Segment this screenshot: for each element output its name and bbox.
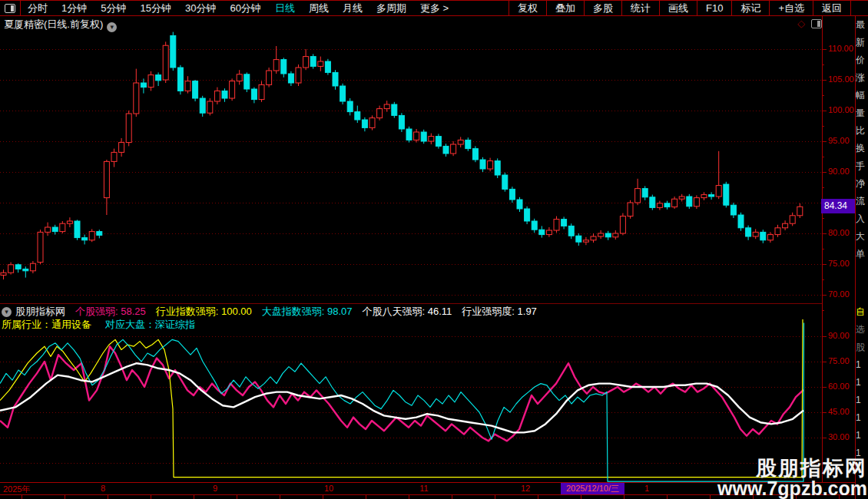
candle	[525, 209, 530, 221]
trading-terminal-window: 分时1分钟5分钟15分钟30分钟60分钟日线周线月线多周期更多 > 复权叠加多股…	[0, 0, 868, 499]
price-label-95: 95.00	[828, 136, 855, 147]
stock-title-text: 夏厦精密(日线.前复权)	[4, 18, 103, 30]
tool-button-叠加[interactable]: 叠加	[546, 1, 584, 15]
candle	[701, 195, 707, 198]
candle	[406, 129, 412, 140]
candle	[75, 221, 80, 238]
candle	[613, 233, 618, 237]
candle	[605, 233, 611, 237]
strip-glyph-clipped: 大	[856, 228, 868, 246]
candle	[281, 60, 287, 74]
metric-大盘指数强弱: 大盘指数强弱: 98.07	[262, 305, 353, 319]
candle	[104, 161, 109, 197]
cursor-date-highlight: 2025/12/10/三	[561, 483, 624, 494]
period-tab-60分钟[interactable]: 60分钟	[223, 2, 267, 15]
period-tabs: 分时1分钟5分钟15分钟30分钟60分钟日线周线月线多周期更多 >	[21, 1, 456, 15]
period-tab-月线[interactable]: 月线	[336, 2, 369, 15]
bottom-bar-separator	[366, 495, 366, 499]
period-tab-15分钟[interactable]: 15分钟	[133, 2, 177, 15]
tool-button-F10[interactable]: F10	[697, 1, 731, 15]
chevron-down-icon[interactable]: ▾	[107, 22, 117, 32]
candle	[790, 216, 795, 223]
candle	[620, 216, 625, 233]
metric-个股八天强弱: 个股八天强弱: 46.11	[363, 305, 452, 319]
tool-button-返回[interactable]: 返回	[813, 1, 851, 15]
candle	[451, 144, 456, 154]
period-tab-分时[interactable]: 分时	[21, 2, 55, 15]
candle	[97, 232, 102, 236]
candle	[377, 109, 383, 118]
panel-divider-line	[0, 303, 822, 304]
chart-title-row: 夏厦精密(日线.前复权)▾ ◇	[0, 16, 853, 31]
candle	[767, 235, 773, 240]
time-label-10: 10	[324, 484, 333, 493]
bottom-bar-separator	[710, 495, 711, 499]
time-label-9: 9	[213, 484, 217, 493]
candle	[8, 265, 14, 273]
tool-button-统计[interactable]: 统计	[621, 1, 659, 15]
period-tab-日线[interactable]: 日线	[268, 2, 302, 15]
period-tab-5分钟[interactable]: 5分钟	[94, 2, 133, 15]
candle	[318, 61, 323, 66]
tool-button-标记[interactable]: 标记	[731, 1, 769, 15]
period-tab-周线[interactable]: 周线	[302, 2, 336, 15]
bottom-bar-separator	[538, 495, 538, 499]
bottom-bar-separator	[22, 495, 22, 499]
candle	[45, 227, 51, 232]
layout-toggle-button[interactable]	[0, 1, 21, 15]
candle	[724, 184, 729, 205]
candle	[775, 228, 780, 235]
indicator-label-60: 60.00	[828, 382, 855, 392]
tool-button-多股[interactable]: 多股	[584, 1, 621, 15]
indicator-label-30: 30.00	[828, 432, 855, 443]
strip-quote-row-number: 1	[856, 392, 868, 409]
period-toolbar: 分时1分钟5分钟15分钟30分钟60分钟日线周线月线多周期更多 > 复权叠加多股…	[0, 0, 868, 16]
candle	[126, 114, 131, 143]
strip-glyph-clipped: 净	[856, 175, 868, 193]
industry-对应大盘: 对应大盘：深证综指	[105, 318, 195, 332]
period-tab-多周期[interactable]: 多周期	[369, 2, 413, 15]
price-label-70: 70.00	[828, 289, 855, 300]
collapse-indicator-icon[interactable]: ▾	[2, 307, 12, 317]
bottom-bar-separator	[495, 495, 495, 499]
tool-button-复权[interactable]: 复权	[509, 1, 546, 15]
bottom-bar-separator	[65, 495, 65, 499]
indicator-line-个股八天强弱	[0, 363, 803, 432]
diamond-icon[interactable]: ◇	[797, 18, 805, 29]
price-label-105: 105.00	[828, 74, 855, 85]
candle	[89, 232, 94, 240]
candle	[347, 101, 353, 112]
period-tab-1分钟[interactable]: 1分钟	[55, 2, 94, 15]
candle	[207, 101, 213, 113]
candle	[458, 140, 463, 144]
candle	[23, 269, 28, 270]
candle	[222, 91, 227, 98]
bottom-bar-separator	[323, 495, 323, 499]
period-tab-更多 >[interactable]: 更多 >	[413, 2, 456, 15]
candle	[15, 265, 21, 269]
tool-button-画线[interactable]: 画线	[659, 1, 697, 15]
watermark-url: www.7gpzb.com	[717, 479, 867, 498]
time-label-8: 8	[101, 484, 105, 493]
candle	[134, 83, 139, 114]
candle	[399, 115, 404, 129]
mini-panel-icon[interactable]	[811, 19, 822, 28]
strip-quote-row-number: 1	[856, 374, 868, 392]
candle	[141, 83, 146, 88]
tool-button-+自选[interactable]: +自选	[769, 1, 813, 15]
indicator-label-75: 75.00	[828, 356, 855, 367]
candle	[67, 221, 72, 223]
period-tab-30分钟[interactable]: 30分钟	[178, 2, 223, 15]
strip-glyph-clipped: 价	[856, 51, 868, 69]
candle	[119, 143, 124, 153]
candle	[429, 137, 434, 141]
right-sidebar-clipped[interactable]: 最新价涨幅量比换手净流入大单自选股111111	[855, 16, 868, 499]
watermark: 股朋指标网 www.7gpzb.com	[717, 458, 867, 498]
candle	[797, 207, 803, 216]
candle	[709, 195, 714, 197]
panel-split-icon	[5, 4, 15, 13]
time-label-11: 11	[419, 484, 428, 493]
last-price-badge: 84.34	[821, 199, 856, 213]
candle	[244, 74, 250, 89]
candle	[509, 189, 515, 200]
